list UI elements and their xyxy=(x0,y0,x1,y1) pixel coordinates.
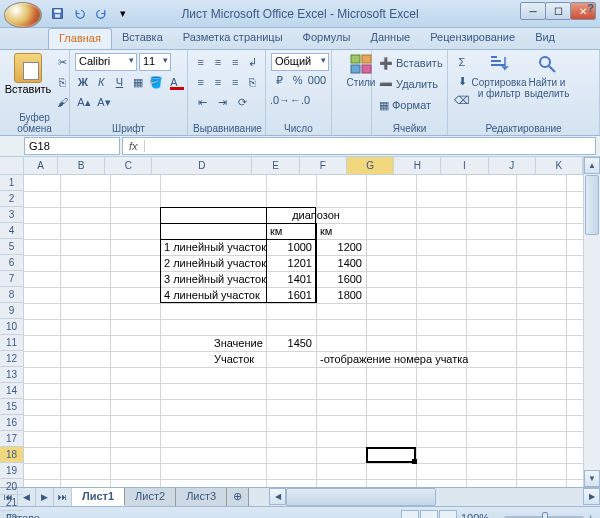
name-box[interactable]: G18 xyxy=(24,137,120,155)
tab-insert[interactable]: Вставка xyxy=(112,28,173,49)
sheet-tab-2[interactable]: Лист2 xyxy=(125,488,176,506)
column-header[interactable]: C xyxy=(105,157,152,174)
delete-cells-button[interactable]: ➖Удалить xyxy=(377,74,442,94)
find-select-button[interactable]: Найти и выделить xyxy=(523,53,571,123)
wrap-text-button[interactable]: ↲ xyxy=(245,53,260,71)
autosum-button[interactable]: Σ xyxy=(453,53,471,71)
orientation-button[interactable]: ⟳ xyxy=(233,93,251,111)
column-header[interactable]: A xyxy=(24,157,58,174)
row-header[interactable]: 12 xyxy=(0,351,23,367)
formula-input[interactable]: fx xyxy=(122,137,596,155)
row-header[interactable]: 13 xyxy=(0,367,23,383)
scroll-right-button[interactable]: ▶ xyxy=(583,488,600,505)
bold-button[interactable]: Ж xyxy=(75,73,91,91)
row-header[interactable]: 17 xyxy=(0,431,23,447)
vertical-scrollbar[interactable]: ▲ ▼ xyxy=(583,157,600,487)
next-sheet-button[interactable]: ▶ xyxy=(36,488,54,506)
shrink-font-button[interactable]: A▾ xyxy=(95,93,113,111)
column-header[interactable]: H xyxy=(394,157,441,174)
column-header[interactable]: J xyxy=(489,157,536,174)
row-header[interactable]: 18 xyxy=(0,447,23,463)
align-left-button[interactable]: ≡ xyxy=(193,73,208,91)
column-header[interactable]: G xyxy=(347,157,394,174)
row-header[interactable]: 3 xyxy=(0,207,23,223)
zoom-out-button[interactable]: − xyxy=(493,512,499,519)
merge-button[interactable]: ⎘ xyxy=(245,73,260,91)
zoom-in-button[interactable]: + xyxy=(588,512,594,519)
row-header[interactable]: 2 xyxy=(0,191,23,207)
comma-button[interactable]: 000 xyxy=(308,71,326,89)
help-icon[interactable]: ? xyxy=(587,2,594,14)
row-header[interactable]: 15 xyxy=(0,399,23,415)
fx-icon[interactable]: fx xyxy=(123,140,145,152)
qat-customize-icon[interactable]: ▾ xyxy=(114,5,132,23)
column-header[interactable]: D xyxy=(152,157,252,174)
align-center-button[interactable]: ≡ xyxy=(210,73,225,91)
scroll-left-button[interactable]: ◀ xyxy=(269,488,286,505)
font-name-combo[interactable]: Calibri xyxy=(75,53,137,71)
row-header[interactable]: 16 xyxy=(0,415,23,431)
sort-filter-button[interactable]: Сортировка и фильтр xyxy=(475,53,523,123)
active-cell[interactable] xyxy=(366,447,416,463)
worksheet-grid[interactable]: 1234567891011121314151617181920212223 AB… xyxy=(0,157,600,487)
column-header[interactable]: E xyxy=(252,157,299,174)
row-header[interactable]: 19 xyxy=(0,463,23,479)
page-layout-view-button[interactable] xyxy=(420,510,438,519)
format-cells-button[interactable]: ▦Формат xyxy=(377,95,442,115)
format-painter-icon[interactable]: 🖌 xyxy=(53,93,71,111)
last-sheet-button[interactable]: ⏭ xyxy=(54,488,72,506)
underline-button[interactable]: Ч xyxy=(111,73,127,91)
paste-button[interactable]: Вставить xyxy=(5,53,51,112)
row-header[interactable]: 7 xyxy=(0,271,23,287)
office-button[interactable] xyxy=(4,2,42,28)
row-header[interactable]: 21 xyxy=(0,495,23,511)
column-header[interactable]: B xyxy=(58,157,105,174)
row-header[interactable]: 11 xyxy=(0,335,23,351)
tab-view[interactable]: Вид xyxy=(525,28,565,49)
redo-icon[interactable] xyxy=(92,5,110,23)
page-break-view-button[interactable] xyxy=(439,510,457,519)
align-bottom-button[interactable]: ≡ xyxy=(228,53,243,71)
tab-review[interactable]: Рецензирование xyxy=(420,28,525,49)
maximize-button[interactable]: ☐ xyxy=(545,2,571,20)
row-header[interactable]: 20 xyxy=(0,479,23,495)
scroll-up-button[interactable]: ▲ xyxy=(584,157,600,174)
row-header[interactable]: 4 xyxy=(0,223,23,239)
scroll-thumb[interactable] xyxy=(585,175,599,235)
percent-button[interactable]: % xyxy=(290,71,307,89)
sheet-tab-3[interactable]: Лист3 xyxy=(176,488,227,506)
tab-formulas[interactable]: Формулы xyxy=(293,28,361,49)
sheet-tab-1[interactable]: Лист1 xyxy=(72,488,125,506)
row-header[interactable]: 14 xyxy=(0,383,23,399)
tab-data[interactable]: Данные xyxy=(360,28,420,49)
row-header[interactable]: 5 xyxy=(0,239,23,255)
horizontal-scrollbar[interactable]: ◀ ▶ xyxy=(269,488,600,506)
border-button[interactable]: ▦ xyxy=(130,73,146,91)
column-header[interactable]: F xyxy=(300,157,347,174)
align-middle-button[interactable]: ≡ xyxy=(210,53,225,71)
minimize-button[interactable]: ─ xyxy=(520,2,546,20)
cut-icon[interactable]: ✂ xyxy=(53,53,71,71)
row-header[interactable]: 8 xyxy=(0,287,23,303)
new-sheet-button[interactable]: ⊕ xyxy=(227,488,249,506)
decrease-indent-button[interactable]: ⇤ xyxy=(193,93,211,111)
column-header[interactable]: K xyxy=(536,157,583,174)
column-header[interactable]: I xyxy=(441,157,488,174)
insert-cells-button[interactable]: ➕Вставить xyxy=(377,53,442,73)
italic-button[interactable]: К xyxy=(93,73,109,91)
tab-home[interactable]: Главная xyxy=(48,28,112,49)
row-header[interactable]: 10 xyxy=(0,319,23,335)
font-color-button[interactable]: A xyxy=(166,73,182,91)
row-header[interactable]: 1 xyxy=(0,175,23,191)
undo-icon[interactable] xyxy=(70,5,88,23)
increase-indent-button[interactable]: ⇥ xyxy=(213,93,231,111)
fill-button[interactable]: ⬇ xyxy=(453,72,471,90)
row-header[interactable]: 6 xyxy=(0,255,23,271)
clear-button[interactable]: ⌫ xyxy=(453,91,471,109)
scroll-down-button[interactable]: ▼ xyxy=(584,470,600,487)
decrease-decimal-button[interactable]: ←.0 xyxy=(291,91,309,109)
tab-page-layout[interactable]: Разметка страницы xyxy=(173,28,293,49)
increase-decimal-button[interactable]: .0→ xyxy=(271,91,289,109)
scroll-thumb[interactable] xyxy=(286,488,435,506)
number-format-combo[interactable]: Общий xyxy=(271,53,329,71)
